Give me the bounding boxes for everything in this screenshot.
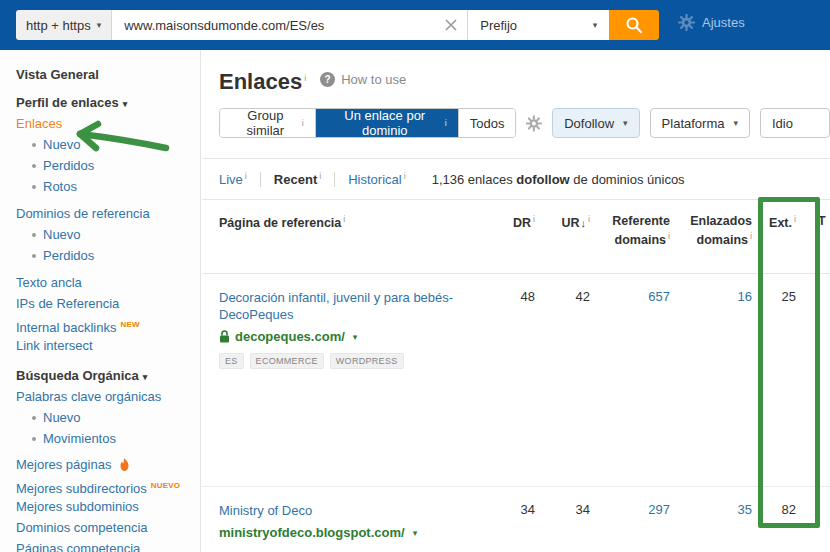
- sidebar-item-mejores-subdirectorios[interactable]: Mejores subdirectoriosNUEVO: [16, 475, 200, 496]
- dofollow-filter-dropdown[interactable]: Dofollow▾: [552, 108, 639, 138]
- sidebar-item-mejores-subdominios[interactable]: Mejores subdominios: [16, 496, 200, 517]
- url-bar: http + https ▾ Prefijo ▾: [16, 10, 659, 40]
- sidebar-item-perdidos[interactable]: Perdidos: [16, 245, 200, 266]
- sidebar-item-rotos[interactable]: Rotos: [16, 176, 200, 197]
- url-input-wrap: [111, 10, 467, 40]
- sidebar-item-movimientos[interactable]: Movimientos: [16, 428, 200, 449]
- todos-button[interactable]: Todos: [459, 109, 516, 137]
- sidebar-item-perdidos[interactable]: Perdidos: [16, 155, 200, 176]
- sidebar-item-internal-backlinks[interactable]: Internal backlinksNEW: [16, 314, 200, 335]
- column-header-dr[interactable]: DRi: [485, 214, 535, 273]
- top-search-bar: http + https ▾ Prefijo ▾: [0, 0, 830, 50]
- grouping-segmented-control: Group similari Un enlace por dominioi To…: [219, 108, 516, 138]
- sidebar-item-dominios-competencia[interactable]: Dominios competencia: [16, 517, 200, 538]
- ur-value: 42: [535, 289, 590, 486]
- tabs-row: Livei Recenti Historicali 1,136 enlaces …: [202, 158, 830, 200]
- bullet-icon: [32, 185, 36, 189]
- badges-row: ES ECOMMERCE WORDPRESS: [219, 353, 475, 369]
- table-header-row: Página de referenciai DRi UR↓i Referente…: [202, 200, 830, 274]
- protocol-select[interactable]: http + https ▾: [16, 10, 111, 40]
- nuevo-badge: NUEVO: [151, 481, 180, 490]
- chevron-down-icon[interactable]: ▾: [413, 528, 418, 538]
- sidebar-item-perfil-de-enlaces[interactable]: Perfil de enlaces▾: [16, 92, 200, 113]
- sidebar-nav: Vista General Perfil de enlaces▾ Enlaces…: [0, 50, 201, 552]
- info-icon: i: [343, 214, 345, 224]
- badge-platform: WORDPRESS: [330, 353, 404, 369]
- sidebar-item-vista-general[interactable]: Vista General: [16, 64, 200, 85]
- bullet-icon: [32, 143, 36, 147]
- question-icon: ?: [320, 72, 335, 87]
- domain-link[interactable]: decopeques.com/: [235, 329, 345, 344]
- sidebar-item-enlaces[interactable]: Enlaces: [16, 113, 200, 134]
- referring-page-link[interactable]: Ministry of Deco: [219, 502, 475, 519]
- divider: [260, 172, 261, 187]
- filter-toolbar: Group similari Un enlace por dominioi To…: [219, 108, 830, 138]
- table-row: Ministry of Deco ministryofdeco.blogspot…: [202, 487, 830, 551]
- sidebar-item-palabras-clave-organicas[interactable]: Palabras clave orgánicas: [16, 386, 200, 407]
- bullet-icon: [32, 416, 36, 420]
- chevron-down-icon[interactable]: ▾: [353, 332, 358, 342]
- column-header-truncated[interactable]: T: [812, 214, 830, 273]
- mode-select-value: Prefijo: [480, 18, 517, 33]
- sidebar-item-ips-de-referencia[interactable]: IPs de Referencia: [16, 293, 200, 314]
- settings-button[interactable]: Ajustes: [678, 14, 745, 31]
- group-similar-button[interactable]: Group similari: [220, 109, 316, 137]
- badge-ecommerce: ECOMMERCE: [250, 353, 324, 369]
- enlazados-domains-link[interactable]: 16: [738, 289, 752, 304]
- sidebar-item-mejores-paginas[interactable]: Mejores páginas: [16, 454, 200, 475]
- dr-value: 34: [485, 502, 535, 551]
- chevron-down-icon: ▾: [97, 20, 102, 30]
- bullet-icon: [32, 164, 36, 168]
- table-settings-gear-icon[interactable]: [526, 115, 542, 132]
- sidebar-item-texto-ancla[interactable]: Texto ancla: [16, 272, 200, 293]
- sort-desc-icon: ↓: [581, 217, 587, 229]
- column-header-enlazados-domains[interactable]: Enlazados domainsi: [670, 214, 752, 273]
- info-icon[interactable]: i: [304, 73, 306, 83]
- domain-link[interactable]: ministryofdeco.blogspot.com/: [219, 525, 405, 540]
- bullet-icon: [32, 233, 36, 237]
- sidebar-item-paginas-competencia[interactable]: Páginas competencia: [16, 538, 200, 552]
- how-to-use-link[interactable]: ? How to use: [320, 72, 406, 87]
- sidebar-item-nuevo[interactable]: Nuevo: [16, 407, 200, 428]
- tab-live[interactable]: Livei: [219, 171, 247, 187]
- badge-country: ES: [219, 353, 244, 369]
- one-link-per-domain-button[interactable]: Un enlace por dominioi: [316, 109, 459, 137]
- url-input[interactable]: [112, 10, 467, 40]
- tab-recent[interactable]: Recenti: [274, 171, 321, 187]
- referente-domains-link[interactable]: 657: [648, 289, 670, 304]
- mode-select[interactable]: Prefijo ▾: [467, 10, 609, 40]
- chevron-down-icon: ▾: [733, 118, 738, 128]
- search-button[interactable]: [609, 10, 659, 40]
- bullet-icon: [32, 254, 36, 258]
- sidebar-item-nuevo[interactable]: Nuevo: [16, 134, 200, 155]
- fire-icon: [119, 458, 130, 471]
- divider: [334, 172, 335, 187]
- enlazados-domains-link[interactable]: 35: [738, 502, 752, 517]
- column-header-pagina-de-referencia[interactable]: Página de referenciai: [219, 214, 485, 273]
- gear-icon: [678, 14, 695, 31]
- info-icon: i: [445, 118, 447, 128]
- referente-domains-link[interactable]: 297: [648, 502, 670, 517]
- main-content: Enlacesi ? How to use Group similari Un …: [202, 50, 830, 552]
- sidebar-item-dominios-de-referencia[interactable]: Dominios de referencia: [16, 203, 200, 224]
- dr-value: 48: [485, 289, 535, 486]
- language-filter-dropdown[interactable]: Idio: [760, 108, 830, 138]
- tab-historical[interactable]: Historicali: [348, 171, 405, 187]
- column-header-ext[interactable]: Ext.i: [752, 214, 812, 273]
- column-header-referente-domains[interactable]: Referente domainsi: [590, 214, 670, 273]
- settings-label: Ajustes: [702, 15, 745, 30]
- sidebar-item-link-intersect[interactable]: Link intersect: [16, 335, 200, 356]
- sidebar-item-busqueda-organica[interactable]: Búsqueda Orgánica▾: [16, 365, 200, 386]
- bullet-icon: [32, 437, 36, 441]
- platform-filter-dropdown[interactable]: Plataforma▾: [650, 108, 750, 138]
- clear-icon[interactable]: [443, 17, 459, 33]
- lock-icon: [219, 330, 230, 343]
- info-icon: i: [319, 171, 321, 181]
- sidebar-item-nuevo[interactable]: Nuevo: [16, 224, 200, 245]
- column-header-ur-sorted[interactable]: UR↓i: [535, 214, 590, 273]
- ur-value: 34: [535, 502, 590, 551]
- info-icon: i: [404, 171, 406, 181]
- chevron-down-icon: ▾: [623, 118, 628, 128]
- referring-page-link[interactable]: Decoración infantil, juvenil y para bebé…: [219, 289, 475, 323]
- table-row: Decoración infantil, juvenil y para bebé…: [202, 274, 830, 487]
